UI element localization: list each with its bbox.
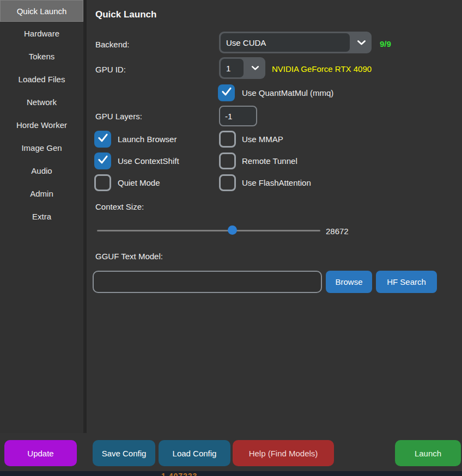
sidebar-item-loaded-files[interactable]: Loaded Files	[0, 68, 83, 90]
use-mmap-checkbox[interactable]	[219, 131, 236, 148]
chevron-down-icon	[351, 32, 372, 53]
page-title: Quick Launch	[95, 9, 156, 20]
gguf-model-input[interactable]	[93, 271, 322, 293]
launch-browser-checkbox[interactable]	[94, 131, 111, 148]
checkmark-icon	[221, 87, 232, 96]
backend-label: Backend:	[95, 40, 130, 49]
sidebar-item-horde-worker[interactable]: Horde Worker	[0, 113, 83, 136]
launch-button[interactable]: Launch	[395, 440, 461, 466]
quiet-mode-checkbox[interactable]	[94, 174, 111, 191]
sidebar-item-image-gen[interactable]: Image Gen	[0, 136, 83, 159]
context-size-slider[interactable]	[97, 225, 320, 235]
load-config-button[interactable]: Load Config	[159, 440, 230, 466]
sidebar-item-admin[interactable]: Admin	[0, 182, 83, 205]
backend-select[interactable]: Use CUDA	[219, 32, 372, 53]
save-config-button[interactable]: Save Config	[93, 440, 155, 466]
remote-tunnel-checkbox[interactable]	[219, 152, 236, 169]
backend-status-badge: 9/9	[380, 39, 391, 48]
use-contextshift-label: Use ContextShift	[118, 156, 179, 166]
sidebar-item-quick-launch[interactable]: Quick Launch	[0, 0, 83, 22]
launch-browser-label: Launch Browser	[118, 135, 177, 144]
gpu-id-select[interactable]: 1	[219, 57, 265, 79]
use-quantmatmul-checkbox[interactable]	[218, 84, 235, 101]
backend-select-value: Use CUDA	[221, 33, 350, 52]
context-size-label: Context Size:	[95, 202, 144, 211]
sidebar-item-network[interactable]: Network	[0, 90, 83, 113]
checkmark-icon	[98, 155, 108, 164]
hf-search-button[interactable]: HF Search	[376, 271, 437, 293]
context-size-value: 28672	[326, 227, 349, 236]
use-flashattention-label: Use FlashAttention	[242, 178, 311, 187]
sidebar-divider	[83, 0, 87, 433]
gguf-model-label: GGUF Text Model:	[95, 252, 163, 261]
kobold-launcher-window: Quick Launch Hardware Tokens Loaded File…	[0, 0, 462, 476]
gpu-id-select-value: 1	[221, 59, 244, 77]
sidebar-item-tokens[interactable]: Tokens	[0, 45, 83, 68]
sidebar-item-hardware[interactable]: Hardware	[0, 22, 83, 45]
gpu-id-label: GPU ID:	[95, 65, 126, 74]
background-window-edge: 1.407223	[0, 471, 462, 476]
gpu-layers-label: GPU Layers:	[95, 112, 142, 121]
remote-tunnel-label: Remote Tunnel	[242, 156, 297, 166]
sidebar-item-extra[interactable]: Extra	[0, 205, 83, 228]
use-flashattention-checkbox[interactable]	[219, 174, 236, 191]
gpu-layers-input[interactable]	[219, 106, 257, 126]
browse-button[interactable]: Browse	[326, 271, 372, 293]
checkmark-icon	[98, 133, 108, 142]
use-quantmatmul-label: Use QuantMatMul (mmq)	[242, 88, 333, 97]
context-size-slider-thumb[interactable]	[228, 225, 237, 235]
update-button[interactable]: Update	[4, 440, 77, 466]
gpu-name-text: NVIDIA GeForce RTX 4090	[272, 64, 372, 74]
use-mmap-label: Use MMAP	[242, 135, 283, 144]
quiet-mode-label: Quiet Mode	[118, 178, 160, 187]
sidebar-item-audio[interactable]: Audio	[0, 159, 83, 182]
sidebar: Quick Launch Hardware Tokens Loaded File…	[0, 0, 83, 433]
context-size-slider-track[interactable]	[97, 230, 320, 231]
use-contextshift-checkbox[interactable]	[94, 152, 111, 169]
chevron-down-icon	[245, 57, 265, 79]
help-find-models-button[interactable]: Help (Find Models)	[233, 440, 334, 466]
clipped-number-text: 1.407223	[161, 472, 197, 476]
